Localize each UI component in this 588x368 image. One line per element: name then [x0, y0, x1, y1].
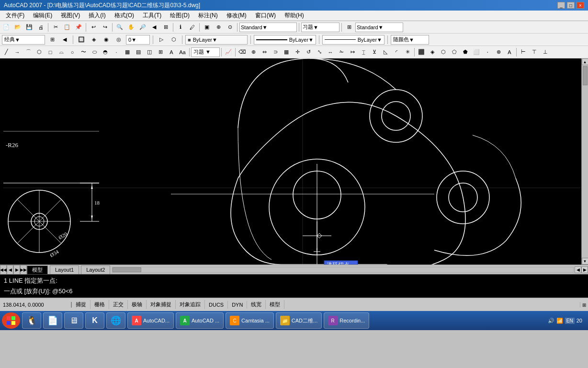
- modify-copy[interactable]: ⊕: [248, 47, 259, 58]
- new-button[interactable]: 📄: [1, 22, 11, 33]
- match-properties[interactable]: 🖊: [187, 22, 197, 33]
- random-color-dropdown[interactable]: 随颜色 ▼: [391, 35, 429, 45]
- draw-arc[interactable]: ⌓: [56, 47, 67, 58]
- status-osnap[interactable]: 对象捕捉: [147, 300, 176, 309]
- 3d-btn3[interactable]: ⬡: [438, 47, 449, 58]
- properties-button[interactable]: ℹ: [175, 22, 186, 33]
- menu-modify[interactable]: 修改(M): [223, 11, 250, 21]
- command-line-2[interactable]: 一点或 [放弃(U)]: @50<6: [4, 286, 584, 297]
- layer-manager[interactable]: ⊞: [47, 34, 57, 45]
- layer-state[interactable]: ◈: [89, 34, 99, 45]
- draw-table[interactable]: ⊞: [155, 47, 166, 58]
- 3d-btn7[interactable]: ⬝: [482, 47, 493, 58]
- menu-edit[interactable]: 编辑(E): [29, 11, 56, 21]
- xiti-dropdown[interactable]: 习题 ▼: [301, 23, 339, 32]
- pan-button[interactable]: ✋: [126, 22, 136, 33]
- camtasia-taskbar[interactable]: C Camtasia ...: [226, 312, 274, 329]
- start-button[interactable]: [2, 312, 20, 329]
- render-btn2[interactable]: ⬡: [169, 34, 179, 45]
- tab-nav-prev[interactable]: ◀: [7, 265, 13, 275]
- text-style-btn[interactable]: A: [504, 47, 515, 58]
- modify-rotate[interactable]: ↺: [303, 47, 314, 58]
- menu-dimension[interactable]: 标注(N): [194, 11, 222, 21]
- scroll-thumb-v[interactable]: [583, 66, 588, 85]
- standard2-dropdown[interactable]: Standard ▼: [355, 23, 403, 32]
- menu-insert[interactable]: 插入(I): [85, 11, 109, 21]
- autocad-taskbar-1[interactable]: A AutoCAD...: [127, 312, 174, 329]
- draw-point[interactable]: ·: [111, 47, 122, 58]
- menu-view[interactable]: 视图(V): [57, 11, 84, 21]
- status-polar[interactable]: 极轴: [128, 300, 147, 309]
- tool-icon2[interactable]: ⊞: [344, 22, 354, 33]
- undo-button[interactable]: ↩: [88, 22, 99, 33]
- modify-scale[interactable]: ⤡: [314, 47, 325, 58]
- menu-file[interactable]: 文件(F): [2, 11, 28, 21]
- modify-trim[interactable]: ✁: [336, 47, 347, 58]
- scroll-left-arrow[interactable]: ◀: [575, 266, 581, 273]
- cut-button[interactable]: ✂: [50, 22, 61, 33]
- menu-format[interactable]: 格式(O): [111, 11, 138, 21]
- status-otrack[interactable]: 对象追踪: [176, 300, 205, 309]
- zoom-prev[interactable]: ◀: [149, 22, 159, 33]
- workspace-dropdown[interactable]: 经典 ▼: [2, 35, 45, 45]
- dim-btn2[interactable]: ⊤: [529, 47, 540, 58]
- paste-button[interactable]: 📌: [73, 22, 84, 33]
- tab-nav-next[interactable]: ▶: [13, 265, 20, 275]
- status-model[interactable]: 模型: [266, 300, 284, 309]
- status-ortho[interactable]: 正交: [109, 300, 128, 309]
- bylayer1-dropdown[interactable]: ■ ByLayer ▼: [185, 35, 248, 45]
- layer-icon1[interactable]: ◉: [101, 34, 112, 45]
- modify-stretch[interactable]: ↔: [325, 47, 336, 58]
- menu-tools[interactable]: 工具(T): [139, 11, 165, 21]
- zoom-realtime[interactable]: 🔍: [114, 22, 125, 33]
- modify-array[interactable]: ▦: [281, 47, 292, 58]
- modify-move[interactable]: ✛: [292, 47, 303, 58]
- 3d-btn5[interactable]: ⬟: [460, 47, 471, 58]
- docs-button[interactable]: 📄: [43, 312, 62, 329]
- tab-model[interactable]: 模型: [27, 265, 48, 274]
- explorer-button[interactable]: 🖥: [64, 312, 83, 329]
- close-button[interactable]: ×: [577, 2, 584, 9]
- menu-window[interactable]: 窗口(W): [251, 11, 280, 21]
- minimize-button[interactable]: _: [557, 2, 565, 9]
- vertical-scrollbar[interactable]: ▲ ▼: [581, 58, 588, 264]
- draw-rect[interactable]: □: [45, 47, 56, 58]
- status-ducs[interactable]: DUCS: [205, 301, 228, 309]
- zoom-extent[interactable]: ⊞: [160, 22, 171, 33]
- qq-button[interactable]: 🐧: [22, 312, 41, 329]
- copy-button[interactable]: 📋: [62, 22, 72, 33]
- draw-polygon[interactable]: ⬡: [34, 47, 45, 58]
- modify-chamfer[interactable]: ◺: [380, 47, 391, 58]
- tool-btn1[interactable]: ▣: [202, 22, 212, 33]
- layer-icon2[interactable]: ◎: [113, 34, 124, 45]
- draw-circle[interactable]: ○: [67, 47, 78, 58]
- modify-break[interactable]: ⌶: [358, 47, 369, 58]
- status-snap[interactable]: 捕捉: [72, 300, 90, 309]
- layer-prev[interactable]: ◀: [59, 34, 70, 45]
- draw-multiline-text[interactable]: A: [166, 47, 177, 58]
- tool-btn2[interactable]: ⊕: [213, 22, 224, 33]
- modify-mirror[interactable]: ⇔: [259, 47, 270, 58]
- xiti2-dropdown[interactable]: 习题 ▼: [191, 47, 220, 57]
- draw-spline[interactable]: 〜: [78, 47, 89, 58]
- 3d-btn1[interactable]: ⬛: [416, 47, 427, 58]
- youku-button[interactable]: K: [85, 312, 104, 329]
- render-btn[interactable]: ▷: [156, 34, 167, 45]
- status-lw[interactable]: 线宽: [247, 300, 266, 309]
- draw-hatch[interactable]: ▦: [122, 47, 133, 58]
- bylayer3-dropdown[interactable]: ByLayer ▼: [322, 35, 384, 45]
- dim-btn1[interactable]: ⊢: [518, 47, 529, 58]
- save-button[interactable]: 💾: [24, 22, 34, 33]
- dim-btn3[interactable]: ⊥: [540, 47, 551, 58]
- maximize-button[interactable]: □: [567, 2, 575, 9]
- modify-offset[interactable]: ⊃: [270, 47, 281, 58]
- 3d-btn6[interactable]: ⬜: [471, 47, 482, 58]
- scroll-right-arrow[interactable]: ▶: [581, 266, 588, 273]
- scroll-down-arrow[interactable]: ▼: [582, 258, 588, 264]
- modify-erase[interactable]: ⌫: [237, 47, 248, 58]
- open-button[interactable]: 📂: [12, 22, 23, 33]
- status-dyn[interactable]: DYN: [228, 301, 247, 309]
- standard-dropdown[interactable]: Standard ▼: [239, 23, 297, 32]
- drawing-canvas[interactable]: 18 -R26 Ø20 Ø34: [0, 58, 588, 264]
- modify-join[interactable]: ⊻: [369, 47, 380, 58]
